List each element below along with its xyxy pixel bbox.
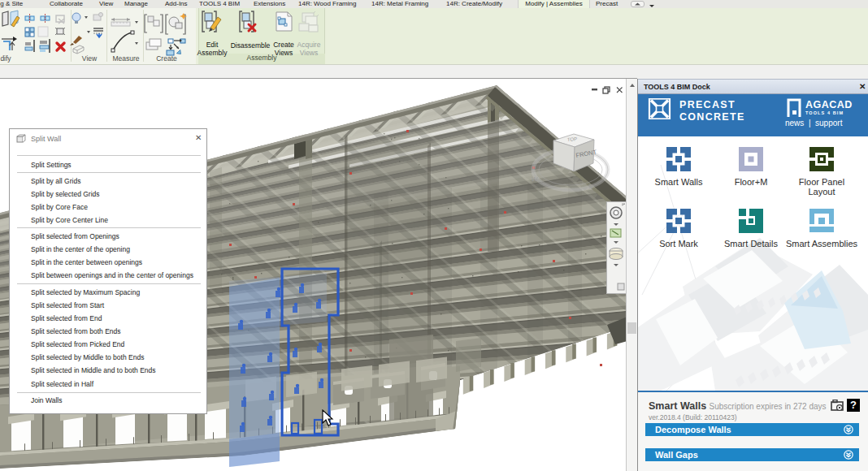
svg-text:TOP: TOP [567, 136, 578, 142]
svg-text:S: S [588, 183, 592, 190]
svg-text:W: W [532, 175, 538, 183]
